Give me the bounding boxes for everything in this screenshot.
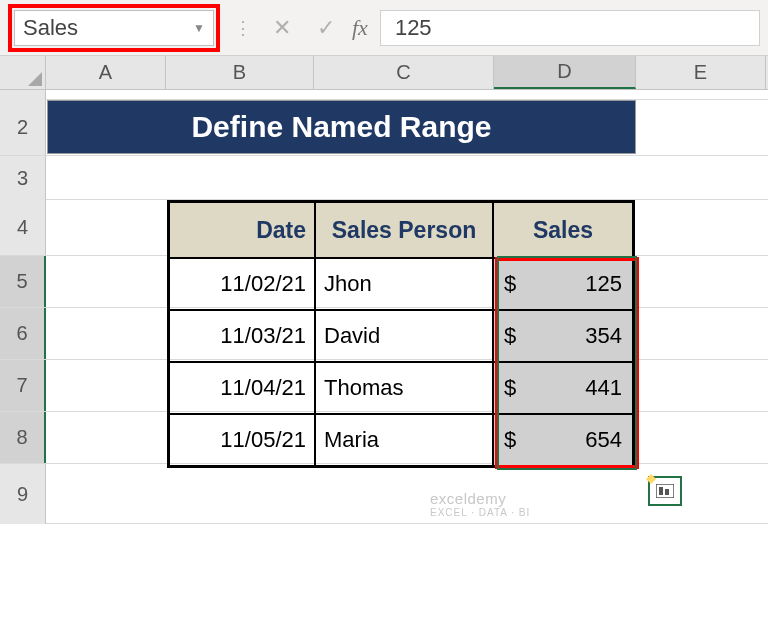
grid-rows: 2 Define Named Range 3 4 5 6 7 8 9 (0, 90, 768, 524)
title-banner: Define Named Range (47, 100, 636, 154)
col-header-E[interactable]: E (636, 56, 766, 89)
currency: $ (504, 323, 516, 349)
enter-formula-button[interactable]: ✓ (304, 10, 348, 46)
table-row: 11/02/21 Jhon $125 (169, 258, 633, 310)
col-header-D[interactable]: D (494, 56, 636, 89)
row-header-5[interactable]: 5 (0, 256, 46, 307)
cell-sales[interactable]: $441 (493, 362, 633, 414)
currency: $ (504, 427, 516, 453)
row-header-2[interactable]: 2 (0, 100, 46, 155)
row-spacer (0, 90, 768, 100)
name-box-value: Sales (23, 15, 78, 41)
amount: 354 (585, 323, 622, 349)
row-2: 2 Define Named Range (0, 100, 768, 156)
select-all-corner[interactable] (0, 56, 46, 89)
fx-icon[interactable]: fx (352, 15, 368, 41)
col-header-B[interactable]: B (166, 56, 314, 89)
table-row: 11/05/21 Maria $654 (169, 414, 633, 466)
chevron-down-icon[interactable]: ▼ (193, 21, 205, 35)
amount: 441 (585, 375, 622, 401)
cell-date[interactable]: 11/03/21 (169, 310, 315, 362)
header-person[interactable]: Sales Person (315, 202, 493, 258)
amount: 125 (585, 271, 622, 297)
name-box-highlight: Sales ▼ (8, 4, 220, 52)
watermark: exceldemy EXCEL · DATA · BI (430, 490, 530, 518)
cell-person[interactable]: David (315, 310, 493, 362)
svg-rect-2 (665, 489, 669, 495)
table-row: 11/04/21 Thomas $441 (169, 362, 633, 414)
cell-date[interactable]: 11/02/21 (169, 258, 315, 310)
row-header-blank (0, 90, 46, 100)
col-header-C[interactable]: C (314, 56, 494, 89)
cell-sales[interactable]: $125 (493, 258, 633, 310)
data-region: 4 5 6 7 8 9 Date Sales Person Sales (0, 200, 768, 524)
watermark-sub: EXCEL · DATA · BI (430, 507, 530, 518)
cell-person[interactable]: Maria (315, 414, 493, 466)
cell-person[interactable]: Thomas (315, 362, 493, 414)
formula-bar: Sales ▼ ⋮ ✕ ✓ fx 125 (0, 0, 768, 56)
spreadsheet-grid: A B C D E 2 Define Named Range 3 4 5 6 (0, 56, 768, 524)
row-3: 3 (0, 156, 768, 200)
row-header-7[interactable]: 7 (0, 360, 46, 411)
row-header-6[interactable]: 6 (0, 308, 46, 359)
amount: 654 (585, 427, 622, 453)
header-date[interactable]: Date (169, 202, 315, 258)
table-row: 11/03/21 David $354 (169, 310, 633, 362)
col-header-A[interactable]: A (46, 56, 166, 89)
cell-person[interactable]: Jhon (315, 258, 493, 310)
row-header-8[interactable]: 8 (0, 412, 46, 463)
watermark-main: exceldemy (430, 490, 530, 507)
row-header-3[interactable]: 3 (0, 156, 46, 200)
formula-input[interactable]: 125 (380, 10, 760, 46)
formula-value: 125 (395, 15, 432, 41)
table-header-row: Date Sales Person Sales (169, 202, 633, 258)
quick-analysis-icon (656, 484, 674, 498)
row-header-4[interactable]: 4 (0, 200, 46, 255)
column-headers: A B C D E (0, 56, 768, 90)
cell-sales[interactable]: $654 (493, 414, 633, 466)
currency: $ (504, 375, 516, 401)
cell-date[interactable]: 11/05/21 (169, 414, 315, 466)
svg-rect-1 (659, 487, 663, 495)
name-box[interactable]: Sales ▼ (14, 10, 214, 46)
separator-icon: ⋮ (234, 17, 252, 39)
cell-sales[interactable]: $354 (493, 310, 633, 362)
cell-date[interactable]: 11/04/21 (169, 362, 315, 414)
row-header-9[interactable]: 9 (0, 464, 46, 524)
currency: $ (504, 271, 516, 297)
header-sales[interactable]: Sales (493, 202, 633, 258)
cancel-formula-button[interactable]: ✕ (260, 10, 304, 46)
quick-analysis-button[interactable] (648, 476, 682, 506)
data-table: Date Sales Person Sales 11/02/21 Jhon $1… (167, 200, 635, 468)
